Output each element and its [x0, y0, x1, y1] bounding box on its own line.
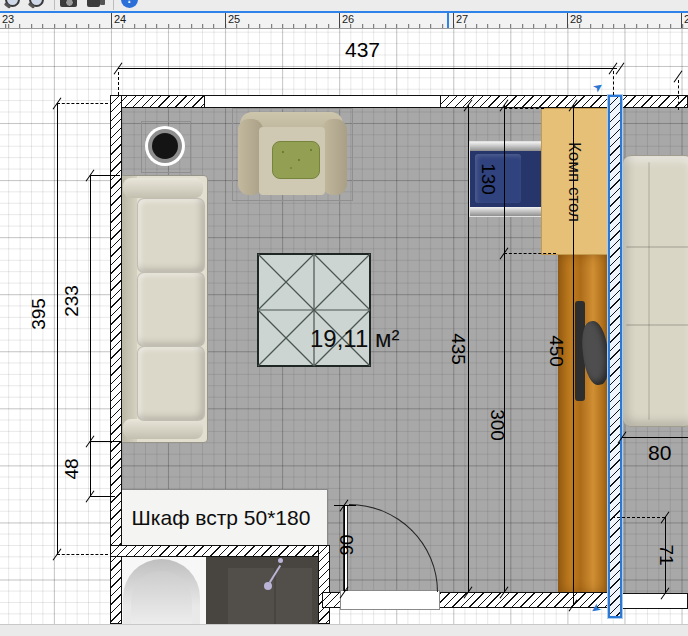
door-opening[interactable]: [340, 590, 440, 610]
sofa-armrest: [123, 419, 203, 439]
toolbar-separator: [54, 0, 55, 10]
toolbar-separator: [113, 0, 114, 10]
sofa-cushion: [137, 346, 205, 421]
wardrobe[interactable]: Шкаф встр 50*180: [114, 489, 328, 546]
bed-seam: [648, 162, 650, 420]
sofa-armrest: [123, 178, 203, 198]
chair-armrest: [470, 207, 542, 216]
zoom-out-icon[interactable]: [27, 0, 47, 10]
stool-outer-ring: [145, 126, 185, 166]
wall-top-right[interactable]: [440, 95, 688, 108]
dim-130[interactable]: 130: [477, 163, 499, 195]
chair-armrest: [470, 142, 542, 151]
ruler-tick: [111, 13, 112, 28]
ruler-cursor: [447, 13, 449, 28]
sofa[interactable]: [119, 175, 208, 443]
horizontal-ruler[interactable]: 23 24 25 26 27 28 29: [0, 13, 688, 29]
bathtub[interactable]: [118, 556, 206, 624]
wall-bottom-right-room[interactable]: [622, 593, 688, 609]
ruler-tick: [567, 13, 568, 28]
ruler-mark: 24: [114, 13, 126, 25]
video-icon[interactable]: [86, 0, 106, 10]
dimension-line[interactable]: [90, 441, 91, 496]
dim-300[interactable]: 300: [486, 409, 508, 441]
photo-icon[interactable]: [59, 0, 79, 10]
wall-right-selected[interactable]: [608, 95, 622, 618]
toolbar: ?: [0, 0, 688, 11]
pillow: [272, 141, 320, 179]
shower-panel: [276, 568, 312, 624]
dim-437[interactable]: 437: [345, 38, 380, 62]
zoom-in-icon[interactable]: [3, 0, 23, 10]
ruler-tick: [681, 13, 682, 28]
ruler-mark: 29: [684, 13, 688, 25]
shower-panel: [228, 568, 274, 624]
stool[interactable]: [141, 121, 191, 173]
ruler-tick: [339, 13, 340, 28]
wall-top-left[interactable]: [110, 95, 205, 108]
dim-233[interactable]: 233: [61, 285, 83, 317]
dim-48[interactable]: 48: [61, 458, 83, 479]
ruler-mark: 23: [2, 13, 14, 25]
bed-seam: [626, 324, 688, 326]
area-label: 19,11 м²: [310, 325, 399, 353]
wardrobe-label: Шкаф встр 50*180: [132, 506, 311, 530]
sofa-cushion: [137, 272, 205, 347]
help-icon[interactable]: ?: [120, 0, 140, 10]
bed-seam: [626, 246, 688, 248]
ruler-mark: 25: [228, 13, 240, 25]
ruler-mark: 26: [342, 13, 354, 25]
ruler-mark: 28: [570, 13, 582, 25]
bed[interactable]: [622, 155, 688, 427]
window-top[interactable]: [204, 95, 441, 108]
floor-plan-app: ? 23 24 25 26 27 28 29: [0, 0, 688, 636]
shower-head-icon: [278, 558, 283, 563]
armchair[interactable]: [232, 108, 353, 201]
armchair-arm: [322, 119, 347, 195]
dimension-line[interactable]: [622, 437, 688, 438]
dim-71[interactable]: 71: [655, 544, 677, 565]
dim-90[interactable]: 90: [336, 534, 358, 555]
dimension-line[interactable]: [118, 68, 617, 69]
sofa-cushion: [137, 198, 205, 273]
dim-450[interactable]: 450: [545, 335, 567, 367]
ruler-tick: [453, 13, 454, 28]
dim-395[interactable]: 395: [28, 298, 50, 330]
dim-80[interactable]: 80: [648, 441, 671, 465]
wall-bathroom-top[interactable]: [110, 545, 330, 557]
ruler-mark: 27: [456, 13, 468, 25]
shower[interactable]: [206, 556, 318, 624]
dimension-line[interactable]: [57, 103, 58, 554]
dim-435[interactable]: 435: [447, 333, 469, 365]
shower-head-icon: [264, 582, 272, 590]
dimension-line[interactable]: [90, 175, 91, 441]
dimension-line[interactable]: [573, 105, 574, 605]
wall-bathroom-right[interactable]: [318, 545, 330, 624]
scrollbar-strip[interactable]: [0, 624, 688, 636]
ruler-tick: [225, 13, 226, 28]
dimension-line[interactable]: [504, 105, 505, 253]
wall-resize-arrow-top[interactable]: ➤: [591, 80, 605, 94]
desk-label: Комп стол: [541, 108, 608, 255]
toolbar-divider: [0, 11, 688, 13]
sofa-backrest: [120, 176, 137, 442]
